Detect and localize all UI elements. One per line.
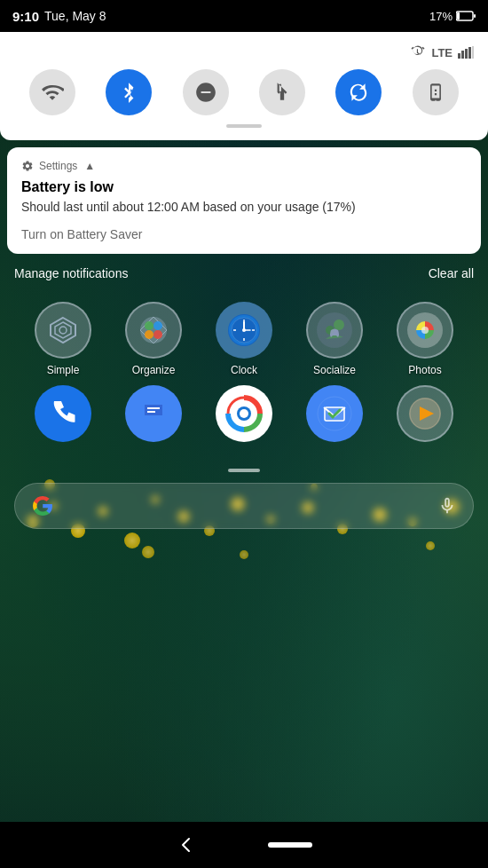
- app-email[interactable]: [295, 385, 374, 447]
- app-simple-label: Simple: [47, 364, 80, 376]
- svg-point-12: [145, 321, 153, 330]
- notification-expand-icon: ▲: [84, 160, 95, 172]
- notification-card: Settings ▲ Battery is low Should last un…: [7, 147, 481, 254]
- google-logo: [31, 494, 54, 517]
- app-grid: Simple Organize: [0, 293, 488, 465]
- app-clock-label: Clock: [231, 364, 257, 376]
- flashlight-toggle[interactable]: [259, 69, 305, 115]
- notification-body: Should last until about 12:00 AM based o…: [21, 199, 467, 217]
- svg-rect-1: [457, 12, 460, 20]
- svg-point-13: [153, 321, 162, 330]
- notification-app-name: Settings: [39, 160, 77, 172]
- app-chrome[interactable]: [204, 385, 284, 447]
- svg-point-27: [334, 320, 344, 330]
- mic-icon: [437, 496, 457, 516]
- lte-label: LTE: [431, 46, 453, 59]
- battery-icon: [456, 11, 476, 21]
- wifi-toggle[interactable]: [29, 69, 75, 115]
- app-video-icon: [397, 385, 453, 442]
- svg-rect-7: [472, 46, 474, 59]
- notification-title: Battery is low: [21, 179, 467, 195]
- app-organize-icon: [125, 302, 182, 359]
- app-socialize[interactable]: Socialize: [295, 302, 374, 376]
- qs-drag-handle: [226, 124, 262, 128]
- app-messages-icon: [125, 385, 182, 442]
- nav-bar: [0, 822, 488, 868]
- app-messages[interactable]: [114, 385, 193, 447]
- qs-icons-row: [14, 69, 474, 115]
- app-organize[interactable]: Organize: [114, 302, 193, 376]
- svg-rect-3: [458, 53, 460, 59]
- app-simple[interactable]: Simple: [23, 302, 103, 376]
- bluetooth-toggle[interactable]: [106, 69, 152, 115]
- clear-all-button[interactable]: Clear all: [429, 266, 474, 280]
- app-row-2: [18, 385, 470, 447]
- page-dot: [228, 469, 260, 472]
- alarm-icon: [410, 44, 426, 60]
- app-row-1: Simple Organize: [18, 302, 470, 376]
- quick-settings-panel: LTE: [0, 32, 488, 140]
- time: 9:10: [12, 9, 39, 24]
- notification-action-button[interactable]: Turn on Battery Saver: [21, 227, 467, 241]
- status-bar-right: 17%: [429, 10, 476, 23]
- manage-bar: Manage notifications Clear all: [0, 254, 488, 293]
- back-button[interactable]: [176, 834, 197, 856]
- app-photos-label: Photos: [408, 364, 441, 376]
- app-chrome-icon: [216, 385, 272, 442]
- settings-icon: [21, 160, 34, 172]
- svg-rect-5: [465, 49, 468, 59]
- app-video[interactable]: [385, 385, 465, 447]
- svg-point-10: [59, 327, 67, 334]
- qs-top-row: LTE: [14, 44, 474, 60]
- search-bar[interactable]: [14, 483, 474, 529]
- battery-saver-toggle[interactable]: [413, 69, 459, 115]
- page-indicator: [0, 469, 488, 472]
- date: Tue, May 8: [44, 9, 106, 23]
- app-phone[interactable]: [23, 385, 103, 447]
- dnd-toggle[interactable]: [183, 69, 229, 115]
- app-organize-label: Organize: [132, 364, 176, 376]
- app-socialize-label: Socialize: [313, 364, 356, 376]
- app-phone-icon: [35, 385, 91, 442]
- app-email-icon: [306, 385, 363, 442]
- home-indicator[interactable]: [268, 842, 312, 848]
- svg-rect-2: [474, 14, 476, 18]
- status-bar: 9:10 Tue, May 8 17%: [0, 0, 488, 32]
- app-clock[interactable]: Clock: [204, 302, 284, 376]
- manage-notifications-button[interactable]: Manage notifications: [14, 266, 128, 280]
- svg-rect-4: [461, 51, 464, 59]
- svg-point-30: [421, 327, 429, 334]
- svg-point-14: [145, 330, 153, 339]
- signal-icon: [458, 46, 474, 59]
- app-photos-icon: [397, 302, 453, 359]
- svg-point-25: [242, 328, 246, 332]
- svg-point-15: [153, 330, 162, 339]
- svg-rect-6: [468, 47, 471, 59]
- svg-point-11: [140, 317, 167, 343]
- notification-header: Settings ▲: [21, 160, 467, 172]
- svg-marker-9: [55, 322, 71, 338]
- autorotate-toggle[interactable]: [335, 69, 382, 115]
- svg-point-38: [240, 409, 248, 418]
- app-photos[interactable]: Photos: [385, 302, 465, 376]
- app-clock-icon: [216, 302, 272, 359]
- battery-percentage: 17%: [429, 10, 453, 23]
- app-simple-icon: [35, 302, 91, 359]
- app-socialize-icon: [306, 302, 363, 359]
